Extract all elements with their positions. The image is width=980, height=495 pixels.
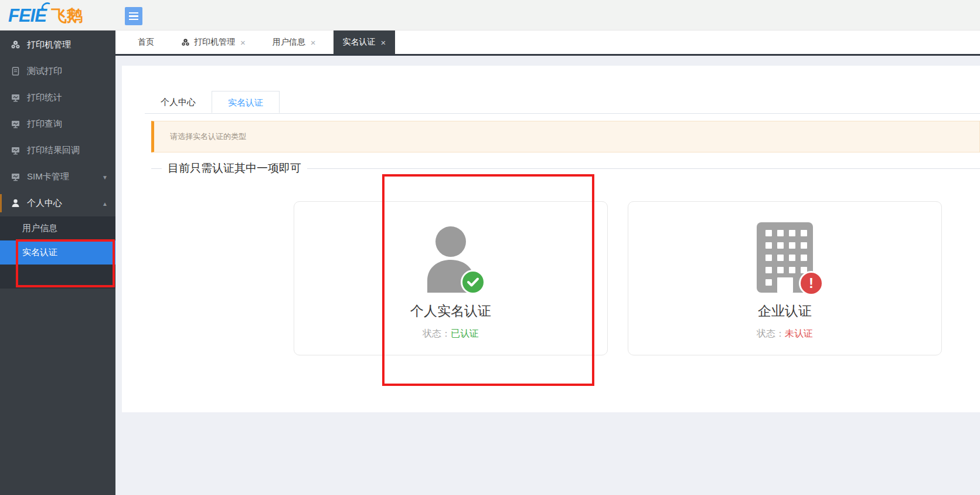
app-screen: FEIE 飞鹅 打印机管理 测试打印 xyxy=(0,0,980,495)
close-icon[interactable]: × xyxy=(381,38,386,47)
close-icon[interactable]: × xyxy=(311,38,316,47)
personal-center-submenu: 用户信息 实名认证 xyxy=(0,216,115,289)
wifi-signal-icon xyxy=(40,1,53,11)
card-title: 企业认证 xyxy=(758,302,812,320)
check-badge-icon xyxy=(461,270,485,294)
sidebar-item-label: 打印查询 xyxy=(27,118,62,130)
sidebar-item-print-query[interactable]: 打印查询 xyxy=(0,111,115,137)
sidebar-item-label: 打印结果回调 xyxy=(27,145,80,156)
enterprise-auth-card[interactable]: ! 企业认证 状态：未认证 xyxy=(628,201,942,355)
alert-text: 请选择实名认证的类型 xyxy=(170,131,246,142)
monitor-chart-icon xyxy=(11,145,21,155)
tab-label: 用户信息 xyxy=(273,37,305,48)
sidebar-toggle-button[interactable] xyxy=(125,7,142,25)
content-tab-real-name-auth[interactable]: 实名认证 xyxy=(212,91,280,113)
submenu-item-real-name-auth[interactable]: 实名认证 xyxy=(0,240,115,265)
sidebar-item-print-callback[interactable]: 打印结果回调 xyxy=(0,137,115,164)
submenu-item-user-info[interactable]: 用户信息 xyxy=(0,216,115,240)
brand-logo: FEIE 飞鹅 xyxy=(8,4,83,28)
sidebar-item-printer-management[interactable]: 打印机管理 xyxy=(0,32,115,58)
divider-text: 目前只需认证其中一项即可 xyxy=(162,161,307,176)
tab-user-info[interactable]: 用户信息 × xyxy=(263,30,325,54)
tab-label: 首页 xyxy=(138,37,154,48)
content-tabs: 个人中心 实名认证 xyxy=(145,91,980,114)
exclamation-glyph: ! xyxy=(809,275,814,291)
tab-printer-management[interactable]: 打印机管理 × xyxy=(172,30,255,54)
card-status: 状态：未认证 xyxy=(757,328,813,340)
content-tab-personal-center[interactable]: 个人中心 xyxy=(145,91,212,113)
printers-cluster-icon xyxy=(181,38,190,47)
monitor-chart-icon xyxy=(11,172,21,182)
card-status: 状态：已认证 xyxy=(423,328,479,340)
chevron-up-icon: ▲ xyxy=(102,200,108,206)
tab-real-name-auth[interactable]: 实名认证 × xyxy=(334,30,396,54)
sidebar-item-label: 个人中心 xyxy=(27,198,62,209)
sidebar-item-label: 测试打印 xyxy=(27,66,62,77)
status-value: 已认证 xyxy=(451,328,479,338)
sidebar-item-test-print[interactable]: 测试打印 xyxy=(0,58,115,84)
tab-label: 实名认证 xyxy=(343,37,376,48)
printers-cluster-icon xyxy=(11,40,21,50)
warning-alert: 请选择实名认证的类型 xyxy=(151,121,980,152)
personal-auth-card[interactable]: 个人实名认证 状态：已认证 xyxy=(294,201,608,355)
submenu-item-label: 实名认证 xyxy=(22,247,57,258)
status-label: 状态： xyxy=(757,328,785,338)
building-icon-wrap: ! xyxy=(757,221,813,293)
status-value: 未认证 xyxy=(785,328,813,338)
card-title: 个人实名认证 xyxy=(410,302,491,320)
sidebar-item-label: SIM卡管理 xyxy=(27,171,69,182)
sidebar-item-personal-center[interactable]: 个人中心 ▲ xyxy=(0,190,115,216)
section-divider: 目前只需认证其中一项即可 xyxy=(151,162,980,175)
content-tab-label: 个人中心 xyxy=(161,97,196,107)
content-tab-label: 实名认证 xyxy=(228,97,263,107)
chevron-down-icon: ▼ xyxy=(102,174,108,180)
sidebar-item-label: 打印机管理 xyxy=(27,39,71,50)
document-icon xyxy=(11,66,21,76)
top-header: FEIE 飞鹅 xyxy=(0,0,980,30)
sidebar-item-sim-management[interactable]: SIM卡管理 ▼ xyxy=(0,164,115,190)
person-icon-wrap xyxy=(424,221,477,293)
logo-text-cn: 飞鹅 xyxy=(51,5,83,26)
sidebar-nav: 打印机管理 测试打印 打印统计 打印查询 打印结果回调 xyxy=(0,30,115,495)
monitor-chart-icon xyxy=(11,119,21,129)
sidebar-item-label: 打印统计 xyxy=(27,92,62,103)
tab-home[interactable]: 首页 xyxy=(128,30,164,54)
open-pages-tabbar: 首页 打印机管理 × 用户信息 × 实名认证 × xyxy=(115,30,980,56)
hamburger-icon xyxy=(129,12,138,14)
submenu-empty-row xyxy=(0,265,115,289)
user-icon xyxy=(11,198,21,208)
tab-label: 打印机管理 xyxy=(194,37,235,48)
main-content-panel: 个人中心 实名认证 请选择实名认证的类型 目前只需认证其中一项即可 xyxy=(122,66,980,412)
monitor-chart-icon xyxy=(11,93,21,103)
close-icon[interactable]: × xyxy=(240,38,246,47)
exclamation-badge-icon: ! xyxy=(799,271,824,296)
sidebar-item-print-stats[interactable]: 打印统计 xyxy=(0,84,115,111)
submenu-item-label: 用户信息 xyxy=(22,223,57,234)
status-label: 状态： xyxy=(423,328,451,338)
